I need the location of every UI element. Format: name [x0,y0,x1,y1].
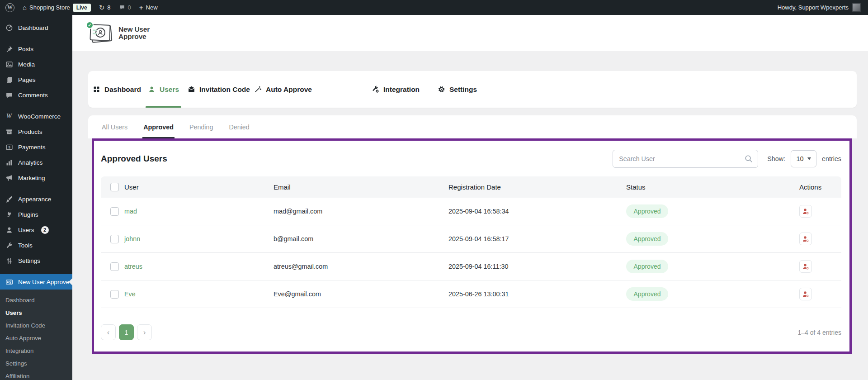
updates-menu[interactable]: ↻ 8 [99,4,111,11]
table-body: madmad@gmail.com2025-09-04 16:58:34Appro… [101,198,841,308]
deny-user-button[interactable] [799,233,812,245]
row-checkbox[interactable] [110,290,119,299]
sidebar-item-posts[interactable]: Posts [0,41,72,57]
panel-header: Approved Users Show: 10 entries [94,141,849,176]
column-actions: Actions [799,183,841,191]
tab-label: Auto Approve [266,86,312,94]
row-checkbox[interactable] [110,207,119,216]
woocommerce-icon: W [5,113,14,120]
next-page-button[interactable]: › [137,324,152,340]
comments-menu[interactable]: 0 [119,4,131,11]
sidebar-item-woocommerce[interactable]: WWooCommerce [0,109,72,124]
user-status-subtabs: All UsersApprovedPendingDenied [88,115,857,138]
sidebar-item-comments[interactable]: Comments [0,87,72,103]
submenu-item-users[interactable]: Users [0,306,72,319]
sidebar-item-new-user-approve[interactable]: New User Approve [0,274,72,290]
submenu-item-affiliation[interactable]: Affiliation [0,370,72,380]
user-name-link[interactable]: johnn [124,235,140,242]
tab-integration[interactable]: Integration [372,71,420,108]
submenu-item-dashboard[interactable]: Dashboard [0,294,72,306]
tab-label: Integration [383,86,420,94]
row-checkbox[interactable] [110,235,119,243]
deny-user-button[interactable] [799,205,812,218]
search-icon [744,154,753,163]
user-email: atreus@gmail.com [274,263,448,270]
subtab-all-users[interactable]: All Users [101,115,128,138]
page-1-button[interactable]: 1 [119,324,134,340]
site-name-link[interactable]: ⌂ Shopping Store Live [23,4,91,12]
subtab-denied[interactable]: Denied [228,115,250,138]
submenu-item-auto-approve[interactable]: Auto Approve [0,332,72,344]
table-row: EveEve@gmail.com2025-06-26 13:00:31Appro… [101,280,841,308]
row-checkbox[interactable] [110,262,119,271]
sidebar-item-plugins[interactable]: Plugins [0,207,72,222]
sliders-icon [5,257,14,265]
user-name-link[interactable]: mad [124,208,137,215]
id-card-icon [5,278,14,286]
wordpress-logo-icon[interactable]: W [5,3,14,12]
subtab-approved[interactable]: Approved [142,115,175,138]
comment-count: 0 [128,4,131,11]
gear-icon [438,86,445,93]
live-badge: Live [73,4,91,12]
column-user: User [124,183,139,191]
tab-dashboard[interactable]: Dashboard [93,71,141,108]
show-entries-select[interactable]: 10 [791,150,816,167]
site-name: Shopping Store [29,4,70,11]
logo-check-icon: ✓ [86,21,94,29]
subtab-pending[interactable]: Pending [189,115,214,138]
prev-page-button[interactable]: ‹ [101,324,116,340]
sidebar-item-dashboard[interactable]: Dashboard [0,20,72,35]
grid-icon [93,86,100,93]
chevron-right-icon: › [143,328,146,337]
sidebar-item-pages[interactable]: Pages [0,72,72,87]
sidebar-item-tools[interactable]: Tools [0,238,72,253]
megaphone-icon [5,174,14,182]
user-name-link[interactable]: Eve [124,290,136,298]
envelope-icon [188,86,195,93]
user-name-link[interactable]: atreus [124,263,142,270]
tab-users[interactable]: Users [148,71,179,108]
column-registration-date: Registration Date [448,183,626,191]
registration-date: 2025-06-26 13:00:31 [448,290,626,298]
new-content-menu[interactable]: + New [139,4,158,11]
users-count-badge: 2 [41,226,49,234]
deny-user-button[interactable] [799,288,812,300]
admin-menu: DashboardPostsMediaPagesCommentsWWooComm… [0,15,72,290]
tab-auto-approve[interactable]: Auto Approve [254,71,312,108]
sidebar-item-products[interactable]: Products [0,124,72,139]
tab-invitation-code[interactable]: Invitation Code [188,71,250,108]
menu-separator [0,35,72,41]
sidebar-item-marketing[interactable]: Marketing [0,170,72,185]
select-all-checkbox[interactable] [110,183,119,191]
status-badge: Approved [626,232,668,246]
submenu-item-integration[interactable]: Integration [0,344,72,357]
show-entries-value: 10 [797,155,804,162]
user-avatar[interactable] [852,3,861,12]
menu-separator [0,185,72,191]
status-badge: Approved [626,260,668,273]
table-row: madmad@gmail.com2025-09-04 16:58:34Appro… [101,198,841,225]
sidebar-item-appearance[interactable]: Appearance [0,191,72,207]
submenu-item-invitation-code[interactable]: Invitation Code [0,319,72,332]
sidebar-item-analytics[interactable]: Analytics [0,155,72,170]
submenu-item-settings[interactable]: Settings [0,357,72,370]
registration-date: 2025-09-04 16:58:34 [448,208,626,215]
table-row: atreusatreus@gmail.com2025-09-04 16:11:3… [101,253,841,280]
sidebar-item-media[interactable]: Media [0,57,72,72]
sidebar-item-payments[interactable]: $Payments [0,139,72,155]
sidebar-item-users[interactable]: Users2 [0,222,72,238]
approved-users-panel: Approved Users Show: 10 entries [92,138,852,354]
update-count: 8 [107,4,110,11]
plugin-tabs: DashboardUsersInvitation CodeAuto Approv… [88,71,857,108]
payments-icon: $ [5,143,14,151]
tab-settings[interactable]: Settings [438,71,477,108]
integration-icon [372,86,379,93]
person-x-icon [802,208,810,215]
search-input[interactable] [613,150,758,168]
deny-user-button[interactable] [799,260,812,273]
sidebar-item-label: WooCommerce [18,113,61,120]
howdy-account-menu[interactable]: Howdy, Support Wpexperts [778,4,849,11]
sidebar-item-settings[interactable]: Settings [0,253,72,268]
sidebar-item-label: Users [18,227,34,233]
